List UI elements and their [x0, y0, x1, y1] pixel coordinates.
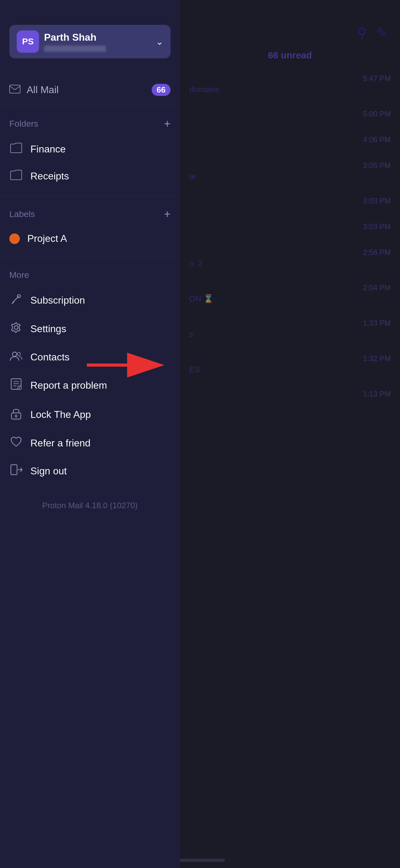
folder-receipts-label: Receipts	[30, 170, 69, 182]
signout-label: Sign out	[30, 465, 67, 477]
sidebar: PS Parth Shah ⌄ All Mail 66 Folders +	[0, 0, 180, 868]
unread-badge: 66	[152, 84, 171, 96]
account-pill[interactable]: PS Parth Shah ⌄	[9, 25, 171, 58]
all-mail-row[interactable]: All Mail 66	[0, 77, 180, 102]
label-project-a-label: Project A	[27, 233, 67, 244]
add-folder-button[interactable]: +	[164, 118, 171, 129]
lock-icon	[9, 407, 23, 423]
refer-label: Refer a friend	[30, 437, 91, 449]
avatar: PS	[17, 30, 39, 53]
sidebar-item-signout[interactable]: Sign out	[9, 457, 171, 485]
folders-header: Folders +	[9, 118, 171, 129]
sidebar-item-settings[interactable]: Settings	[9, 314, 171, 343]
settings-label: Settings	[30, 323, 66, 335]
account-email	[44, 45, 106, 52]
divider-2	[0, 196, 180, 196]
svg-point-4	[14, 326, 18, 330]
settings-icon	[9, 321, 23, 337]
sidebar-item-project-a[interactable]: Project A	[9, 226, 171, 251]
folders-section: Folders + Finance Receipts	[0, 109, 180, 193]
sidebar-header: PS Parth Shah ⌄	[0, 0, 180, 77]
sidebar-item-report[interactable]: Report a problem	[9, 371, 171, 400]
svg-line-3	[12, 302, 14, 304]
more-title: More	[9, 270, 29, 280]
svg-point-13	[19, 389, 20, 389]
svg-rect-0	[10, 85, 20, 93]
svg-rect-17	[11, 465, 17, 475]
account-info: Parth Shah	[44, 32, 151, 52]
heart-icon	[9, 436, 23, 450]
contacts-icon	[9, 350, 23, 364]
signout-icon	[9, 464, 23, 478]
svg-point-15	[15, 415, 17, 417]
svg-rect-14	[11, 413, 21, 419]
more-header: More	[9, 270, 171, 280]
labels-section: Labels + Project A	[0, 199, 180, 254]
sidebar-item-finance[interactable]: Finance	[9, 136, 171, 163]
divider-3	[0, 257, 180, 258]
subscription-icon	[9, 293, 23, 308]
labels-title: Labels	[9, 209, 35, 219]
background-dim-overlay[interactable]	[180, 0, 400, 868]
folder-icon	[9, 169, 23, 183]
svg-point-6	[18, 352, 21, 355]
report-icon	[9, 378, 23, 393]
sidebar-item-subscription[interactable]: Subscription	[9, 286, 171, 314]
sidebar-item-lock[interactable]: Lock The App	[9, 400, 171, 429]
account-name: Parth Shah	[44, 32, 151, 43]
all-mail-label: All Mail	[27, 84, 145, 96]
add-label-button[interactable]: +	[164, 209, 171, 220]
chevron-down-icon[interactable]: ⌄	[156, 37, 163, 47]
sidebar-item-contacts[interactable]: Contacts	[9, 343, 171, 371]
mail-icon	[9, 83, 21, 96]
lock-label: Lock The App	[30, 409, 91, 420]
sidebar-item-receipts[interactable]: Receipts	[9, 163, 171, 190]
contacts-label: Contacts	[30, 351, 69, 363]
folder-finance-label: Finance	[30, 144, 66, 155]
svg-point-5	[12, 352, 17, 356]
divider-1	[0, 105, 180, 106]
version-text: Proton Mail 4.18.0 (10270)	[0, 488, 180, 529]
sidebar-item-refer[interactable]: Refer a friend	[9, 429, 171, 457]
more-section: More Subscription Settings	[0, 261, 180, 488]
labels-header: Labels +	[9, 209, 171, 220]
folders-title: Folders	[9, 119, 38, 129]
label-color-dot	[9, 234, 20, 244]
report-label: Report a problem	[30, 380, 107, 391]
folder-icon	[9, 143, 23, 156]
subscription-label: Subscription	[30, 294, 85, 306]
